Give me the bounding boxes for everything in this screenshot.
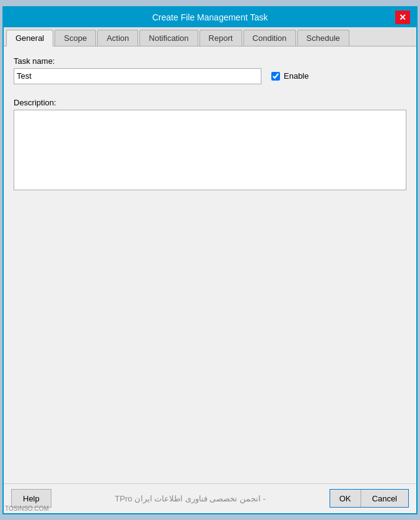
tab-general[interactable]: General	[6, 30, 53, 46]
tab-scope[interactable]: Scope	[55, 30, 96, 46]
close-button[interactable]: ✕	[395, 11, 410, 24]
task-name-row: Enable	[14, 68, 406, 84]
footer-right: OK Cancel	[330, 489, 409, 508]
site-text: TPro	[115, 494, 132, 503]
main-window: Create File Management Task ✕ General Sc…	[2, 6, 418, 514]
footer-center: - انجمن تخصصی فناوری اطلاعات ایران TPro	[51, 494, 330, 503]
footer: Help - انجمن تخصصی فناوری اطلاعات ایران …	[4, 483, 416, 513]
description-textarea[interactable]	[14, 110, 406, 190]
tab-bar: General Scope Action Notification Report…	[4, 27, 416, 46]
window-title: Create File Management Task	[25, 12, 395, 22]
tosinso-watermark: TOSINSO.COM	[5, 505, 49, 512]
cancel-button[interactable]: Cancel	[361, 490, 408, 507]
tab-condition[interactable]: Condition	[243, 30, 296, 46]
task-name-label: Task name:	[14, 56, 406, 66]
description-label: Description:	[14, 98, 406, 107]
enable-row: Enable	[271, 71, 308, 81]
task-name-input[interactable]	[14, 68, 261, 84]
ok-button[interactable]: OK	[330, 490, 361, 507]
tab-report[interactable]: Report	[199, 30, 242, 46]
title-bar: Create File Management Task ✕	[4, 7, 416, 27]
enable-label[interactable]: Enable	[284, 71, 308, 81]
ok-cancel-group: OK Cancel	[330, 489, 409, 508]
tab-action[interactable]: Action	[97, 30, 138, 46]
description-section: Description:	[14, 98, 406, 192]
content-area: Task name: Enable Description:	[4, 46, 416, 483]
watermark-text: - انجمن تخصصی فناوری اطلاعات ایران	[134, 494, 266, 503]
tab-schedule[interactable]: Schedule	[297, 30, 349, 46]
task-name-section: Task name: Enable	[14, 56, 406, 84]
tab-notification[interactable]: Notification	[139, 30, 198, 46]
enable-checkbox[interactable]	[271, 72, 280, 81]
